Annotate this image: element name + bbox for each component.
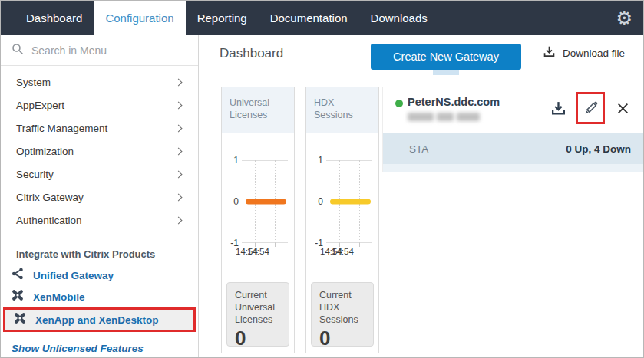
stat-label-line: Current (235, 289, 281, 301)
sidebar-item-traffic-management[interactable]: Traffic Management (1, 117, 198, 140)
chevron-right-icon (175, 124, 183, 132)
y-tick-label: 0 (225, 196, 239, 207)
search-bar[interactable] (1, 35, 198, 66)
y-tick-label: 1 (225, 155, 239, 166)
gridline (242, 242, 288, 243)
series-line (246, 199, 286, 205)
current-universal-licenses-stat: Current Universal Licenses 0 (226, 282, 289, 347)
sidebar-item-xenapp-xendesktop[interactable]: XenApp and XenDesktop (3, 307, 196, 332)
search-input[interactable] (31, 44, 187, 57)
sidebar-item-label: Citrix Gateway (16, 192, 84, 203)
chevron-right-icon (175, 193, 183, 201)
x-axis-labels: 14:54 14:54 (320, 247, 381, 259)
button-caret-strip (433, 70, 459, 75)
universal-licenses-chart: 1 0 -1 14:54 14:54 (222, 133, 294, 287)
search-icon (12, 43, 24, 58)
sidebar-item-appexpert[interactable]: AppExpert (1, 94, 198, 117)
edit-highlight-box (576, 92, 605, 124)
current-hdx-sessions-stat: Current HDX Sessions 0 (311, 282, 374, 347)
gateway-card-header: PeterNS.ddc.com (383, 87, 643, 133)
plot-area (326, 160, 372, 243)
stat-label-line: Universal (235, 301, 281, 314)
gear-icon[interactable]: ⚙ (616, 1, 632, 35)
sidebar-item-label: Traffic Management (16, 123, 107, 134)
plot-area (242, 160, 288, 243)
stat-value: 0 (235, 327, 281, 350)
stat-label-line: Licenses (235, 314, 281, 326)
y-tick-label: 1 (309, 155, 323, 166)
card-title: HDX Sessions (306, 87, 378, 133)
sta-status-value: 0 Up, 4 Down (566, 143, 631, 155)
show-unlicensed-features-link[interactable]: Show Unlicensed Features (1, 332, 198, 354)
top-navigation: Dashboard Configuration Reporting Docume… (1, 1, 643, 35)
app-window: Dashboard Configuration Reporting Docume… (0, 0, 644, 358)
page-title: Dashboard (220, 46, 283, 61)
chevron-right-icon (175, 147, 183, 155)
nav-reporting[interactable]: Reporting (186, 1, 259, 35)
redacted-ip (408, 113, 480, 121)
chevron-right-icon (175, 78, 183, 86)
sidebar: System AppExpert Traffic Management Opti… (1, 35, 199, 358)
gateway-name: PeterNS.ddc.com (408, 96, 500, 108)
sidebar-item-label: Security (16, 169, 54, 180)
x-axis-labels: 14:54 14:54 (236, 247, 297, 259)
gridline (326, 160, 372, 161)
series-line (330, 199, 371, 205)
hdx-sessions-chart: 1 0 -1 14:54 14:54 (306, 133, 378, 287)
sidebar-item-label: Optimization (16, 146, 74, 157)
sidebar-item-citrix-gateway[interactable]: Citrix Gateway (1, 186, 198, 209)
sidebar-menu: System AppExpert Traffic Management Opti… (1, 66, 198, 232)
chevron-right-icon (175, 216, 183, 224)
gateway-actions (547, 92, 634, 124)
sidebar-item-authentication[interactable]: Authentication (1, 209, 198, 232)
x-tick-label: 14:54 (247, 247, 269, 256)
card-title: Universal Licenses (222, 87, 294, 133)
nav-dashboard[interactable]: Dashboard (15, 1, 94, 35)
status-dot-icon (395, 100, 403, 107)
sidebar-item-label: System (16, 77, 51, 88)
citrix-x-icon (12, 289, 24, 304)
product-link-label: XenMobile (33, 291, 85, 303)
stat-label-line: Sessions (319, 314, 365, 326)
sidebar-item-unified-gateway[interactable]: Unified Gateway (1, 264, 198, 286)
sta-row[interactable]: STA 0 Up, 4 Down (383, 133, 643, 164)
sidebar-item-security[interactable]: Security (1, 163, 198, 186)
chevron-right-icon (175, 170, 183, 178)
citrix-x-icon (14, 312, 26, 327)
sidebar-item-label: Authentication (16, 215, 82, 226)
download-file-link[interactable]: Download file (543, 45, 625, 61)
hdx-sessions-card: HDX Sessions 1 0 -1 14:54 14:54 (305, 87, 379, 353)
stat-label-line: HDX (319, 301, 365, 314)
edit-icon[interactable] (581, 97, 599, 120)
y-tick-label: 0 (309, 196, 323, 207)
sidebar-item-label: AppExpert (16, 100, 64, 111)
row-substrip (383, 164, 643, 172)
stat-value: 0 (319, 327, 365, 350)
sidebar-item-optimization[interactable]: Optimization (1, 140, 198, 163)
download-icon[interactable] (547, 94, 570, 123)
product-link-label: Unified Gateway (33, 270, 114, 281)
nav-documentation[interactable]: Documentation (259, 1, 359, 35)
nav-configuration[interactable]: Configuration (94, 1, 185, 35)
download-file-label: Download file (563, 48, 625, 59)
share-icon (12, 268, 24, 283)
gridline (326, 242, 372, 243)
sidebar-item-xenmobile[interactable]: XenMobile (1, 286, 198, 307)
main-content: Dashboard Create New Gateway Download fi… (200, 35, 643, 357)
x-tick-label: 14:54 (332, 247, 354, 256)
universal-licenses-card: Universal Licenses 1 0 -1 14:54 14 (221, 87, 295, 353)
sidebar-item-system[interactable]: System (1, 71, 198, 94)
close-icon[interactable] (611, 94, 634, 123)
chevron-right-icon (175, 101, 183, 109)
gridline (242, 160, 288, 161)
integrate-section-title: Integrate with Citrix Products (1, 238, 198, 264)
create-new-gateway-button[interactable]: Create New Gateway (371, 44, 521, 70)
sta-label: STA (409, 143, 428, 155)
product-link-label: XenApp and XenDesktop (35, 314, 159, 326)
stat-label-line: Current (319, 289, 365, 301)
gateway-card: PeterNS.ddc.com (382, 87, 643, 172)
nav-downloads[interactable]: Downloads (359, 1, 439, 35)
download-icon (543, 45, 556, 61)
